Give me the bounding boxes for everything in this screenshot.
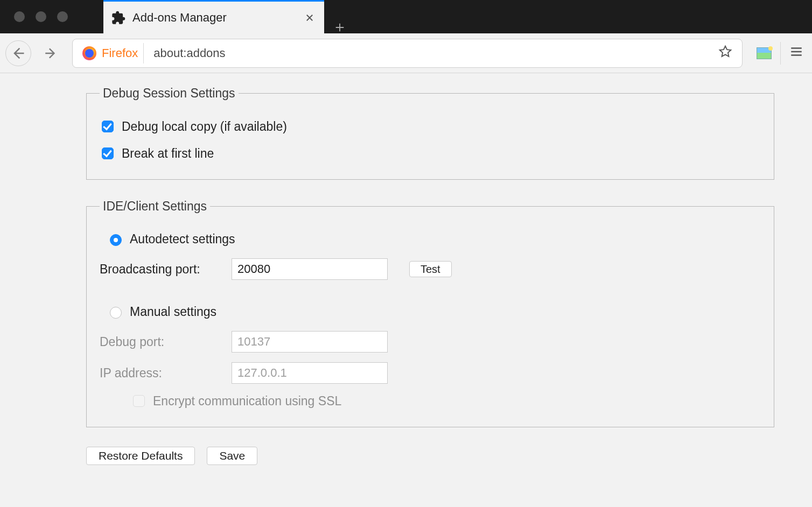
debug-local-checkbox[interactable] [102,121,114,132]
back-button[interactable] [5,40,31,66]
tab-addons-manager[interactable]: Add-ons Manager [103,0,324,33]
tab-title: Add-ons Manager [132,11,296,25]
autodetect-radio[interactable] [110,234,122,246]
debug-session-legend: Debug Session Settings [100,86,239,101]
break-first-row: Break at first line [100,146,761,161]
ide-client-fieldset: IDE/Client Settings Autodetect settings … [86,199,774,427]
footer-buttons: Restore Defaults Save [86,447,774,465]
window-minimize-button[interactable] [36,11,46,22]
forward-button[interactable] [38,40,64,66]
url-text: about:addons [148,46,709,60]
ip-address-input[interactable] [232,362,388,384]
puzzle-piece-icon [111,10,126,25]
ssl-row: Encrypt communication using SSL [131,393,761,409]
toolbar-right [749,42,807,65]
save-button[interactable]: Save [207,447,257,465]
debug-port-row: Debug port: [100,331,761,353]
tab-close-button[interactable] [303,11,317,25]
toolbar-divider [780,42,781,65]
manual-radio[interactable] [110,307,122,319]
app-menu-button[interactable] [789,45,803,61]
site-identity[interactable]: Firefox [77,43,144,64]
extension-icon[interactable] [757,47,772,59]
url-bar[interactable]: Firefox about:addons [72,39,743,68]
site-identity-label: Firefox [102,46,138,60]
restore-defaults-button[interactable]: Restore Defaults [86,447,195,465]
window-close-button[interactable] [14,11,25,22]
test-button[interactable]: Test [409,261,452,277]
tab-bar: Add-ons Manager [0,0,812,33]
manual-row: Manual settings [107,305,761,319]
nav-bar: Firefox about:addons [0,33,812,73]
browser-window: Add-ons Manager Firefox about:addons [0,0,812,507]
broadcasting-port-row: Broadcasting port: Test [100,258,761,280]
manual-label[interactable]: Manual settings [130,305,216,319]
autodetect-row: Autodetect settings [107,232,761,247]
ssl-label[interactable]: Encrypt communication using SSL [153,394,341,409]
firefox-logo-icon [82,46,96,60]
debug-port-label: Debug port: [100,335,221,349]
ssl-checkbox[interactable] [133,395,145,407]
ip-row: IP address: [100,362,761,384]
ide-client-legend: IDE/Client Settings [100,199,210,214]
broadcasting-port-input[interactable] [232,258,388,280]
break-first-checkbox[interactable] [102,147,114,159]
debug-local-label[interactable]: Debug local copy (if available) [122,119,287,134]
autodetect-label[interactable]: Autodetect settings [130,232,235,247]
addon-settings-page: Debug Session Settings Debug local copy … [0,73,812,487]
window-controls [4,0,78,33]
bookmark-star-icon[interactable] [713,45,738,61]
debug-session-fieldset: Debug Session Settings Debug local copy … [86,86,774,180]
tabs: Add-ons Manager [103,0,355,33]
debug-local-row: Debug local copy (if available) [100,119,761,134]
window-zoom-button[interactable] [57,11,68,22]
break-first-label[interactable]: Break at first line [122,146,214,161]
new-tab-button[interactable] [324,22,355,33]
ip-address-label: IP address: [100,366,221,381]
debug-port-input[interactable] [232,331,388,353]
broadcasting-port-label: Broadcasting port: [100,262,221,277]
